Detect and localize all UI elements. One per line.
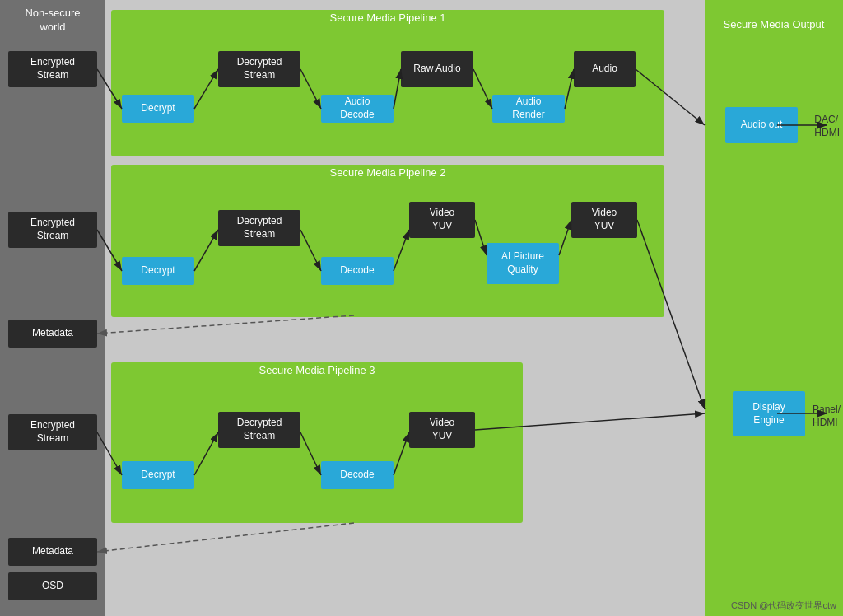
pipeline-2-title: Secure Media Pipeline 2 [111, 166, 664, 179]
pipeline-2-region [111, 165, 664, 317]
video-yuv-3-node: VideoYUV [409, 412, 475, 448]
ai-picture-quality-button[interactable]: AI PictureQuality [487, 243, 559, 284]
pipeline-1-title: Secure Media Pipeline 1 [111, 12, 664, 24]
encrypted-stream-1: EncryptedStream [8, 51, 97, 87]
encrypted-stream-3: EncryptedStream [8, 414, 97, 450]
right-panel-title: Secure Media Output [705, 8, 843, 41]
svg-line-16 [97, 315, 354, 334]
display-engine-button[interactable]: DisplayEngine [733, 391, 805, 436]
decode-3-button[interactable]: Decode [321, 461, 394, 489]
audio-out-button[interactable]: Audio out [725, 107, 798, 143]
decrypt-3-button[interactable]: Decrypt [122, 461, 194, 489]
decode-2-button[interactable]: Decode [321, 257, 394, 285]
video-yuv-1-node: VideoYUV [409, 202, 475, 238]
audio-render-button[interactable]: AudioRender [492, 95, 565, 123]
decrypt-1-button[interactable]: Decrypt [122, 95, 194, 123]
video-yuv-2-node: VideoYUV [571, 202, 637, 238]
pipeline-3-title: Secure Media Pipeline 3 [111, 364, 523, 376]
svg-line-22 [97, 523, 354, 552]
audio-node: Audio [574, 51, 636, 87]
dac-hdmi-label: DAC/HDMI [814, 114, 840, 139]
watermark: CSDN @代码改变世界ctw [731, 600, 836, 612]
panel-hdmi-label: Panel/HDMI [813, 404, 841, 429]
metadata-2: Metadata [8, 538, 97, 566]
osd: OSD [8, 572, 97, 600]
encrypted-stream-2: EncryptedStream [8, 212, 97, 248]
audio-decode-button[interactable]: AudioDecode [321, 95, 394, 123]
decrypted-stream-3: DecryptedStream [218, 412, 300, 448]
raw-audio-node: Raw Audio [401, 51, 473, 87]
left-sidebar [0, 0, 105, 616]
decrypted-stream-2: DecryptedStream [218, 210, 300, 246]
decrypted-stream-1: DecryptedStream [218, 51, 300, 87]
main-diagram: Secure Media Output Non-secureworld Secu… [0, 0, 843, 616]
metadata-1: Metadata [8, 320, 97, 348]
decrypt-2-button[interactable]: Decrypt [122, 257, 194, 285]
non-secure-world-label: Non-secureworld [0, 7, 105, 35]
right-output-panel [705, 0, 843, 616]
